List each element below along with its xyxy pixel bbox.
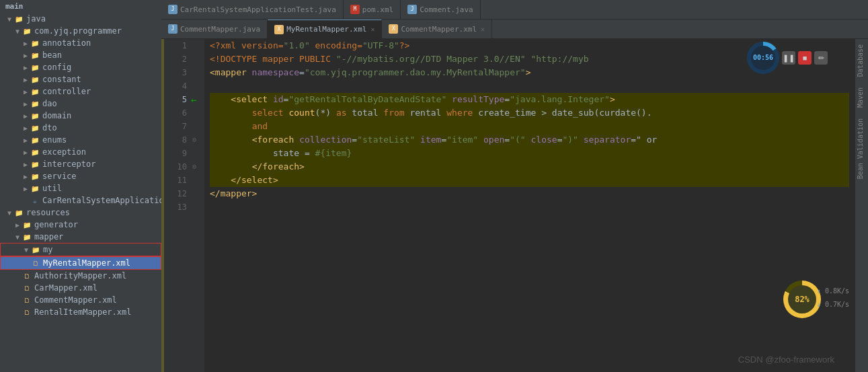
- sidebar-label: resources: [26, 208, 70, 217]
- code-line-13: [210, 200, 849, 214]
- folder-icon: 📁: [30, 244, 41, 255]
- sidebar-item-interceptor[interactable]: ▶ 📁 interceptor: [0, 158, 161, 170]
- sidebar-item-util[interactable]: ▶ 📁 util: [0, 182, 161, 194]
- sidebar-item-myrentalmapper[interactable]: 🗋 MyRentalMapper.xml: [0, 256, 161, 270]
- progress-circle: 82%: [783, 281, 821, 318]
- xml-icon: 🗋: [30, 258, 41, 268]
- sidebar-section-main: main: [0, 0, 161, 13]
- tab-myrentalmapper-xml[interactable]: X MyRentalMapper.xml ✕: [268, 20, 382, 38]
- line-num: 6: [164, 106, 187, 120]
- watermark: CSDN @zfoo-framework: [738, 353, 834, 367]
- sidebar-label: util: [42, 184, 62, 193]
- folder-icon: 📁: [30, 147, 40, 157]
- tab-comment-java[interactable]: J Comment.java: [401, 0, 480, 19]
- folder-icon: 📁: [30, 183, 40, 194]
- sidebar-item-authoritymapper[interactable]: 🗋 AuthorityMapper.xml: [0, 270, 161, 282]
- sidebar-item-exception[interactable]: ▶ 📁 exception: [0, 146, 161, 158]
- line-num: 11: [164, 174, 187, 187]
- sidebar-item-java[interactable]: ▼ 📁 java: [0, 13, 161, 25]
- tab-label: pom.xml: [362, 5, 393, 14]
- sidebar-item-dao[interactable]: ▶ 📁 dao: [0, 98, 161, 110]
- tab-bar-bottom: J CommentMapper.java X MyRentalMapper.xm…: [161, 20, 868, 39]
- folder-icon: 📁: [30, 38, 40, 48]
- sidebar-item-app[interactable]: ☕ CarRentalSystemApplication: [0, 194, 161, 207]
- upload-arrow: ↑: [817, 287, 821, 295]
- tab-commentmapper-xml[interactable]: X CommentMapper.xml ✕: [382, 20, 492, 38]
- timer-stop-btn[interactable]: ■: [798, 51, 812, 65]
- sidebar-item-my[interactable]: ▼ 📁 my: [0, 243, 161, 256]
- code-line-11: </select>: [210, 174, 849, 187]
- tab-bar-top: J CarRentalSystemApplicationTest.java M …: [161, 0, 868, 20]
- line-num: 10: [164, 160, 187, 174]
- line-num: 3: [164, 66, 187, 79]
- editor-area: J CarRentalSystemApplicationTest.java M …: [161, 0, 868, 372]
- line-num: 12: [164, 187, 187, 200]
- sidebar-item-service[interactable]: ▶ 📁 service: [0, 170, 161, 182]
- folder-icon: 📁: [30, 62, 40, 73]
- sidebar-item-dto[interactable]: ▶ 📁 dto: [0, 122, 161, 134]
- sidebar-label: controller: [42, 87, 91, 96]
- sidebar-label: java: [26, 14, 46, 24]
- code-line-7: and: [210, 120, 849, 133]
- progress-display: 82%: [788, 285, 816, 313]
- expand-arrow: ▶: [22, 173, 30, 180]
- tab-label: Comment.java: [420, 5, 473, 14]
- code-line-12: </mapper>: [210, 187, 849, 200]
- sidebar-item-resources[interactable]: ▼ 📁 resources: [0, 207, 161, 219]
- sidebar-label: annotation: [42, 38, 91, 48]
- sidebar-item-rentalitemmapper[interactable]: 🗋 RentalItemMapper.xml: [0, 306, 161, 318]
- editor-content: 1 2 3 4 5 6 7 8 9 10 11 12 13 ← ⊙ ⊙: [161, 39, 868, 372]
- sidebar-label: domain: [42, 111, 71, 120]
- sidebar-item-constant[interactable]: ▶ 📁 constant: [0, 73, 161, 85]
- folder-icon: 📁: [30, 74, 40, 85]
- right-panel-bean[interactable]: Bean Validation: [855, 113, 868, 184]
- expand-arrow: ▶: [22, 100, 30, 108]
- tab-close-btn[interactable]: ✕: [370, 26, 374, 33]
- sidebar-item-controller[interactable]: ▶ 📁 controller: [0, 85, 161, 98]
- expand-arrow: ▼: [13, 28, 22, 35]
- sidebar-item-com[interactable]: ▼ 📁 com.yjq.programmer: [0, 25, 161, 37]
- tab-commentmapper-java[interactable]: J CommentMapper.java: [161, 20, 268, 38]
- expand-arrow: ▶: [22, 76, 30, 83]
- sidebar-label: service: [42, 172, 77, 181]
- folder-icon: 📁: [30, 122, 40, 133]
- sidebar-item-config[interactable]: ▶ 📁 config: [0, 61, 161, 73]
- xml-icon: 🗋: [22, 295, 32, 305]
- sidebar-item-domain[interactable]: ▶ 📁 domain: [0, 110, 161, 122]
- xml-icon: 🗋: [22, 307, 32, 318]
- java-icon: ☕: [30, 195, 40, 206]
- right-panel-maven[interactable]: Maven: [855, 82, 868, 113]
- folder-icon: 📁: [13, 13, 24, 24]
- sidebar-item-generator[interactable]: ▶ 📁 generator: [0, 219, 161, 231]
- xml-icon: 🗋: [22, 283, 32, 293]
- line-numbers: 1 2 3 4 5 6 7 8 9 10 11 12 13: [164, 39, 191, 372]
- line-num: 5: [164, 93, 187, 106]
- code-line-6: select count(*) as total from rental whe…: [210, 106, 849, 120]
- sidebar-item-commentmapper[interactable]: 🗋 CommentMapper.xml: [0, 294, 161, 306]
- sidebar-item-bean[interactable]: ▶ 📁 bean: [0, 49, 161, 61]
- code-line-5: <select id="getRentalTotalByDateAndState…: [210, 93, 849, 106]
- sidebar-label: RentalItemMapper.xml: [34, 307, 132, 317]
- tab-app-test[interactable]: J CarRentalSystemApplicationTest.java: [161, 0, 344, 19]
- timer-circle: 00:56: [747, 42, 779, 74]
- tab-label: MyRentalMapper.xml: [286, 25, 366, 34]
- right-panel-database[interactable]: Database: [855, 39, 868, 82]
- folder-icon: 📁: [22, 231, 32, 242]
- timer-pause-btn[interactable]: ❚❚: [782, 51, 795, 65]
- folder-icon: 📁: [30, 86, 40, 97]
- java-tab-icon: J: [168, 24, 177, 34]
- expand-arrow: ▶: [22, 64, 30, 71]
- code-line-8: <foreach collection="stateList" item="it…: [210, 133, 849, 147]
- sidebar-item-mapper[interactable]: ▼ 📁 mapper: [0, 231, 161, 243]
- sidebar-item-carmapper[interactable]: 🗋 CarMapper.xml: [0, 282, 161, 294]
- code-editor[interactable]: <?xml version="1.0" encoding="UTF-8"?> <…: [204, 39, 855, 372]
- download-arrow: ↓: [817, 301, 821, 308]
- tab-pom[interactable]: M pom.xml: [344, 0, 401, 19]
- folder-icon: 📁: [30, 50, 40, 61]
- expand-arrow: ▼: [5, 209, 13, 217]
- sidebar-item-enums[interactable]: ▶ 📁 enums: [0, 134, 161, 146]
- maven-tab-icon: M: [350, 5, 360, 14]
- tab-close-btn[interactable]: ✕: [481, 26, 485, 33]
- timer-edit-btn[interactable]: ✏: [814, 51, 828, 65]
- sidebar-item-annotation[interactable]: ▶ 📁 annotation: [0, 37, 161, 49]
